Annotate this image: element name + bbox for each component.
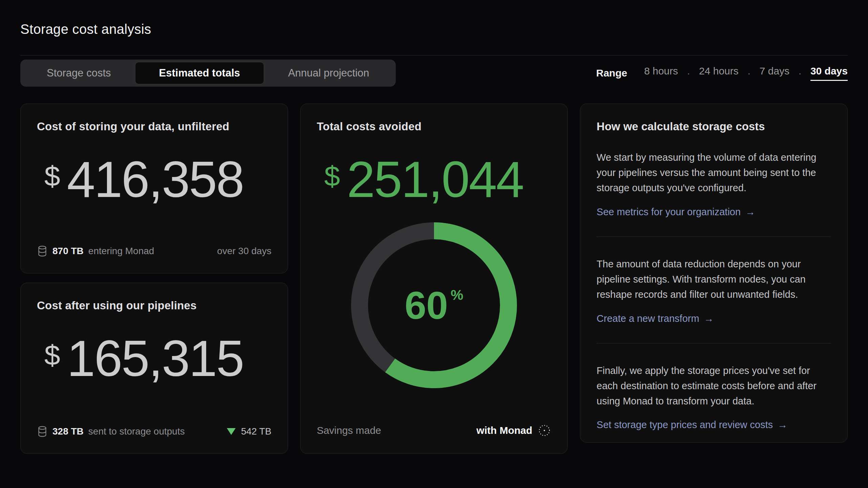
storage-cost-analysis-page: Storage cost analysis Storage costs Esti…	[0, 22, 868, 488]
range-separator: ·	[798, 67, 802, 79]
cost-pipelines-value: 165,315	[67, 333, 243, 384]
output-volume: 328 TB	[52, 426, 84, 437]
info-paragraph-prices: Finally, we apply the storage prices you…	[596, 363, 831, 409]
range-option-8-hours[interactable]: 8 hours	[644, 65, 678, 81]
cards-grid: Cost of storing your data, unfiltered $ …	[20, 104, 848, 454]
costs-avoided-number: $ 251,044	[324, 154, 551, 205]
left-column: Cost of storing your data, unfiltered $ …	[20, 104, 288, 454]
savings-made-label: Savings made	[317, 425, 381, 436]
section-divider	[596, 237, 831, 237]
range-separator: ·	[747, 67, 751, 79]
savings-percent: 60	[405, 286, 448, 325]
card-title: Total costs avoided	[317, 120, 551, 133]
tab-estimated-totals[interactable]: Estimated totals	[135, 62, 264, 84]
period-label: over 30 days	[217, 246, 271, 257]
create-transform-link[interactable]: Create a new transform →	[596, 313, 714, 324]
page-title: Storage cost analysis	[20, 22, 848, 37]
link-text: Create a new transform	[596, 313, 699, 324]
database-icon	[37, 245, 48, 257]
arrow-right-icon: →	[704, 313, 714, 324]
range-option-24-hours[interactable]: 24 hours	[699, 65, 739, 81]
triangle-down-icon	[227, 428, 236, 435]
card-footer: 870 TB entering Monad over 30 days	[37, 245, 272, 257]
arrow-right-icon: →	[745, 206, 755, 218]
info-paragraph-reduction: The amount of data reduction depends on …	[596, 257, 831, 302]
database-icon	[37, 426, 48, 437]
reduction-indicator: 542 TB	[227, 426, 272, 437]
card-cost-pipelines: Cost after using our pipelines $ 165,315…	[20, 283, 288, 454]
card-footer: 328 TB sent to storage outputs 542 TB	[37, 426, 272, 437]
cost-unfiltered-number: $ 416,358	[44, 154, 272, 205]
set-storage-prices-link[interactable]: Set storage type prices and review costs…	[596, 419, 787, 430]
dotted-circle-icon	[538, 424, 551, 437]
currency-sign: $	[44, 341, 60, 369]
currency-sign: $	[324, 162, 340, 190]
tab-annual-projection[interactable]: Annual projection	[264, 62, 393, 84]
info-paragraph-measure: We start by measuring the volume of data…	[596, 150, 831, 196]
view-tabs: Storage costs Estimated totals Annual pr…	[20, 60, 396, 87]
info-title: How we calculate storage costs	[596, 120, 831, 133]
costs-avoided-value: 251,044	[347, 154, 523, 205]
currency-sign: $	[44, 162, 60, 190]
link-text: Set storage type prices and review costs	[596, 419, 773, 430]
range-selector: Range 8 hours · 24 hours · 7 days · 30 d…	[596, 65, 848, 81]
card-how-we-calculate: How we calculate storage costs We start …	[580, 104, 848, 443]
range-label: Range	[596, 67, 627, 79]
with-monad-label: with Monad	[476, 425, 532, 436]
cost-unfiltered-value: 416,358	[67, 154, 243, 205]
cost-pipelines-number: $ 165,315	[44, 333, 272, 384]
card-title: Cost after using our pipelines	[37, 299, 272, 312]
see-metrics-link[interactable]: See metrics for your organization →	[596, 206, 755, 218]
card-costs-avoided: Total costs avoided $ 251,044 60 % Savin…	[300, 104, 568, 454]
output-volume-desc: sent to storage outputs	[88, 426, 185, 437]
donut-center-label: 60 %	[351, 222, 517, 388]
toolbar: Storage costs Estimated totals Annual pr…	[20, 60, 848, 87]
range-option-30-days[interactable]: 30 days	[810, 65, 848, 81]
link-text: See metrics for your organization	[596, 206, 741, 218]
card-title: Cost of storing your data, unfiltered	[37, 120, 272, 133]
tab-storage-costs[interactable]: Storage costs	[23, 62, 135, 84]
percent-sign: %	[451, 287, 463, 303]
header-divider	[20, 55, 848, 56]
with-monad-group: with Monad	[476, 424, 551, 437]
savings-donut-chart: 60 %	[351, 222, 517, 388]
reduction-volume: 542 TB	[241, 426, 272, 437]
range-option-7-days[interactable]: 7 days	[760, 65, 789, 81]
range-separator: ·	[687, 67, 690, 79]
arrow-right-icon: →	[778, 419, 787, 430]
card-footer: Savings made with Monad	[317, 424, 551, 437]
ingest-volume-desc: entering Monad	[88, 246, 154, 257]
card-cost-unfiltered: Cost of storing your data, unfiltered $ …	[20, 104, 288, 273]
section-divider	[596, 343, 831, 343]
ingest-volume: 870 TB	[52, 246, 84, 257]
